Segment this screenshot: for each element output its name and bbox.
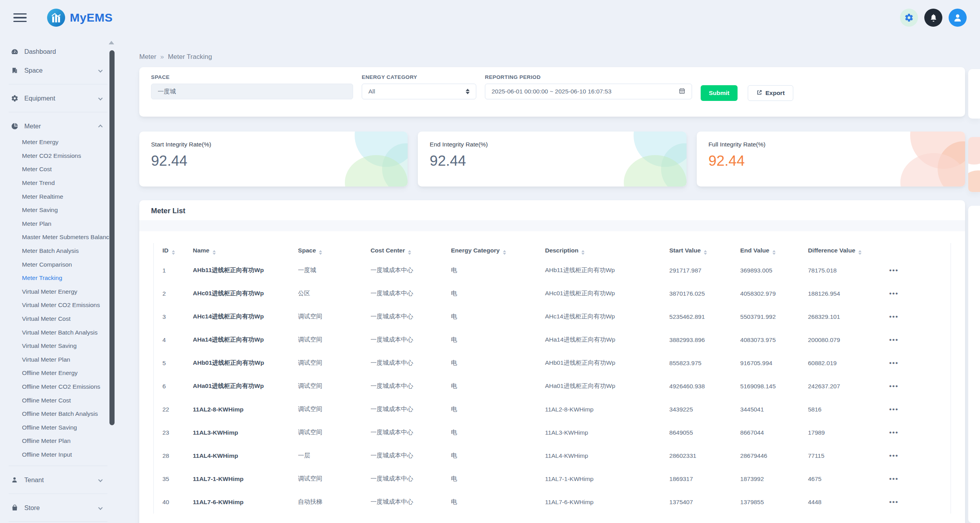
row-actions-button[interactable]: ••• xyxy=(889,359,899,367)
sort-icon[interactable] xyxy=(172,250,175,255)
sidebar-subitem[interactable]: Virtual Meter Saving xyxy=(0,339,118,353)
breadcrumb-meter[interactable]: Meter xyxy=(139,53,156,60)
row-actions-button[interactable]: ••• xyxy=(889,498,899,506)
sidebar-subitem[interactable]: Meter Realtime xyxy=(0,190,118,203)
sidebar-subitem[interactable]: Master Meter Submeters Balance xyxy=(0,230,118,244)
sidebar-subitem[interactable]: Offline Meter Plan xyxy=(0,434,118,448)
row-actions-button[interactable]: ••• xyxy=(889,406,899,413)
sidebar-subitem[interactable]: Meter Plan xyxy=(0,217,118,231)
column-header-name[interactable]: Name xyxy=(193,243,298,259)
space-input[interactable]: 一度城 xyxy=(151,84,353,99)
cell-name: AHa01进线柜正向有功Wp xyxy=(193,375,298,398)
sidebar-subitem[interactable]: Offline Meter Input xyxy=(0,448,118,462)
gear-icon xyxy=(10,95,19,102)
sidebar-subitem[interactable]: Offline Meter Energy xyxy=(0,366,118,380)
sort-icon[interactable] xyxy=(503,250,506,255)
sidebar-subitem[interactable]: Offline Meter CO2 Emissions xyxy=(0,380,118,394)
cell-cost-center: 一度城成本中心 xyxy=(370,351,451,375)
table-row: 5 AHb01进线柜正向有功Wp 调试空间 一度城成本中心 电 AHb01进线柜… xyxy=(154,351,951,375)
sort-icon[interactable] xyxy=(319,250,322,255)
sidebar-item-equipment[interactable]: Equipment xyxy=(0,89,118,108)
row-actions-button[interactable]: ••• xyxy=(889,267,899,274)
sort-icon[interactable] xyxy=(408,250,411,255)
column-header-energy-category[interactable]: Energy Category xyxy=(451,243,545,259)
bell-icon[interactable] xyxy=(924,9,942,27)
gear-icon[interactable] xyxy=(900,9,918,27)
column-header-cost-center[interactable]: Cost Center xyxy=(370,243,451,259)
stat-label: Full Integrity Rate(%) xyxy=(709,141,953,148)
sort-icon[interactable] xyxy=(581,250,585,255)
cell-description: 11AL7-6-KWHimp xyxy=(545,490,669,514)
clipped-card-fragment xyxy=(968,137,980,192)
reporting-period-input[interactable]: 2025-06-01 00:00:00 ~ 2025-06-10 16:07:5… xyxy=(485,84,692,99)
sidebar-item-tenant[interactable]: Tenant xyxy=(0,470,118,489)
cell-space: 调试空间 xyxy=(298,375,371,398)
scroll-up-icon[interactable] xyxy=(109,41,114,44)
cell-description: AHa01进线柜正向有功Wp xyxy=(545,375,669,398)
column-header-description[interactable]: Description xyxy=(545,243,669,259)
row-actions-button[interactable]: ••• xyxy=(889,290,899,298)
sort-icon[interactable] xyxy=(772,250,776,255)
column-header-end-value[interactable]: End Value xyxy=(740,243,808,259)
sidebar-subitem[interactable]: Offline Meter Cost xyxy=(0,393,118,407)
myems-logo[interactable]: MyEMS xyxy=(47,9,113,27)
cell-id: 22 xyxy=(154,398,193,421)
cell-start-value: 3439225 xyxy=(669,398,740,421)
cell-name: 11AL2-8-KWHimp xyxy=(193,398,298,421)
submit-button[interactable]: Submit xyxy=(701,85,738,101)
hamburger-icon[interactable] xyxy=(13,11,27,25)
energy-category-select[interactable]: All xyxy=(362,84,476,99)
column-header-space[interactable]: Space xyxy=(298,243,371,259)
table-row: 23 11AL3-KWHimp 调试空间 一度城成本中心 电 11AL3-KWH… xyxy=(154,421,951,444)
cell-description: 11AL4-KWHimp xyxy=(545,444,669,467)
column-header-start-value[interactable]: Start Value xyxy=(669,243,740,259)
sidebar-item-meter-tracking[interactable]: Meter Tracking xyxy=(0,271,118,285)
sidebar-subitem[interactable]: Meter Cost xyxy=(0,163,118,176)
row-actions-button[interactable]: ••• xyxy=(889,429,899,437)
sidebar-submenu-meter: Meter Energy Meter CO2 Emissions Meter C… xyxy=(0,135,118,461)
sidebar-item-store[interactable]: Store xyxy=(0,498,118,517)
sidebar-item-dashboard[interactable]: Dashboard xyxy=(0,42,118,61)
sort-icon[interactable] xyxy=(858,250,862,255)
cell-start-value: 5235462.891 xyxy=(669,305,740,328)
sidebar-subitem[interactable]: Meter Energy xyxy=(0,135,118,149)
sidebar-subitem[interactable]: Virtual Meter CO2 Emissions xyxy=(0,298,118,312)
sidebar-subitem[interactable]: Virtual Meter Cost xyxy=(0,312,118,326)
row-actions-button[interactable]: ••• xyxy=(889,382,899,390)
cell-energy-category: 电 xyxy=(451,351,545,375)
cell-end-value: 4058302.979 xyxy=(740,282,808,305)
table-row: 35 11AL7-1-KWHimp 调试空间 一度城成本中心 电 11AL7-1… xyxy=(154,467,951,490)
sidebar-subitem[interactable]: Virtual Meter Energy xyxy=(0,285,118,299)
export-button[interactable]: Export xyxy=(748,85,793,101)
sidebar-item-meter[interactable]: Meter xyxy=(0,117,118,135)
sidebar-scrollbar[interactable] xyxy=(109,50,115,425)
sidebar-subitem[interactable]: Offline Meter Saving xyxy=(0,421,118,434)
sidebar-divider xyxy=(9,521,107,522)
sidebar-subitem[interactable]: Offline Meter Batch Analysis xyxy=(0,407,118,421)
sidebar-subitem[interactable]: Meter CO2 Emissions xyxy=(0,149,118,163)
sidebar-subitem[interactable]: Meter Batch Analysis xyxy=(0,244,118,258)
sort-icon[interactable] xyxy=(704,250,707,255)
sidebar-subitem[interactable]: Meter Saving xyxy=(0,203,118,217)
cell-space: 一层 xyxy=(298,444,371,467)
row-actions-button[interactable]: ••• xyxy=(889,313,899,321)
column-header-id[interactable]: ID xyxy=(154,243,193,259)
sidebar-subitem[interactable]: Virtual Meter Plan xyxy=(0,353,118,367)
column-header-actions xyxy=(889,243,951,259)
table-row: 22 11AL2-8-KWHimp 调试空间 一度城成本中心 电 11AL2-8… xyxy=(154,398,951,421)
sidebar-subitem[interactable]: Meter Trend xyxy=(0,176,118,190)
column-header-difference-value[interactable]: Difference Value xyxy=(808,243,889,259)
sidebar-item-space[interactable]: Space xyxy=(0,61,118,80)
sidebar-subitem[interactable]: Virtual Meter Batch Analysis xyxy=(0,326,118,339)
sidebar-subitem[interactable]: Meter Comparison xyxy=(0,258,118,271)
cell-description: 11AL3-KWHimp xyxy=(545,421,669,444)
cell-cost-center: 一度城成本中心 xyxy=(370,375,451,398)
cell-difference-value: 5816 xyxy=(808,398,889,421)
row-actions-button[interactable]: ••• xyxy=(889,336,899,344)
space-filter: SPACE 一度城 xyxy=(151,74,353,99)
sort-icon[interactable] xyxy=(213,250,216,255)
clipped-card-fragment xyxy=(968,69,980,119)
user-icon[interactable] xyxy=(949,9,967,27)
row-actions-button[interactable]: ••• xyxy=(889,452,899,460)
row-actions-button[interactable]: ••• xyxy=(889,475,899,483)
